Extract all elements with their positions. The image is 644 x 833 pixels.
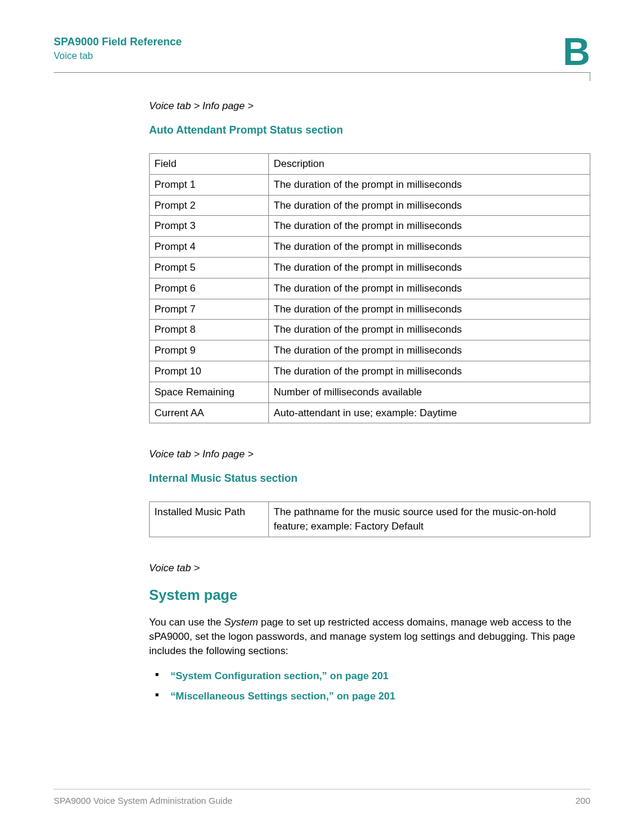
table-row: Field Description bbox=[150, 153, 590, 174]
field-name: Prompt 5 bbox=[150, 257, 269, 278]
table-header-description: Description bbox=[269, 153, 590, 174]
body-text-em: System bbox=[224, 617, 258, 628]
body-text-pre: You can use the bbox=[149, 617, 224, 628]
field-name: Prompt 10 bbox=[150, 361, 269, 382]
section-link[interactable]: “System Configuration section,” on page … bbox=[163, 669, 590, 683]
table-row: Space RemainingNumber of milliseconds av… bbox=[150, 382, 590, 402]
table-row: Prompt 7The duration of the prompt in mi… bbox=[150, 299, 590, 320]
section-heading-auto-attendant: Auto Attendant Prompt Status section bbox=[149, 123, 590, 138]
breadcrumb: Voice tab > Info page > bbox=[149, 447, 590, 462]
field-description: The duration of the prompt in millisecon… bbox=[269, 278, 590, 299]
page-number: 200 bbox=[575, 795, 590, 806]
field-description: The duration of the prompt in millisecon… bbox=[269, 257, 590, 278]
footer-text: SPA9000 Voice System Administration Guid… bbox=[54, 795, 233, 806]
field-description: The duration of the prompt in millisecon… bbox=[269, 195, 590, 216]
field-description: Number of milliseconds available bbox=[269, 382, 590, 402]
page-header: SPA9000 Field Reference Voice tab B bbox=[54, 36, 590, 72]
field-name: Installed Music Path bbox=[150, 502, 269, 537]
table-row: Prompt 5The duration of the prompt in mi… bbox=[150, 257, 590, 278]
field-name: Prompt 6 bbox=[150, 278, 269, 299]
table-row: Prompt 2The duration of the prompt in mi… bbox=[150, 195, 590, 216]
doc-title: SPA9000 Field Reference bbox=[54, 36, 590, 48]
section-link[interactable]: “Miscellaneous Settings section,” on pag… bbox=[163, 689, 590, 704]
table-row: Prompt 1The duration of the prompt in mi… bbox=[150, 174, 590, 195]
field-name: Prompt 8 bbox=[150, 320, 269, 340]
table-row: Installed Music PathThe pathname for the… bbox=[150, 502, 590, 537]
header-rule bbox=[54, 72, 590, 73]
table-row: Prompt 6The duration of the prompt in mi… bbox=[150, 278, 590, 299]
table-row: Prompt 9The duration of the prompt in mi… bbox=[150, 340, 590, 361]
section-heading-internal-music: Internal Music Status section bbox=[149, 471, 590, 486]
table-row: Current AAAuto-attendant in use; example… bbox=[150, 402, 590, 423]
body-paragraph: You can use the System page to set up re… bbox=[149, 615, 590, 658]
appendix-letter: B bbox=[563, 30, 590, 74]
table-row: Prompt 3The duration of the prompt in mi… bbox=[150, 216, 590, 237]
table-row: Prompt 4The duration of the prompt in mi… bbox=[150, 237, 590, 258]
field-description: The duration of the prompt in millisecon… bbox=[269, 320, 590, 340]
field-description: The duration of the prompt in millisecon… bbox=[269, 340, 590, 361]
table-header-field: Field bbox=[150, 153, 269, 174]
field-description: The duration of the prompt in millisecon… bbox=[269, 237, 590, 258]
field-name: Prompt 7 bbox=[150, 299, 269, 320]
page-footer: SPA9000 Voice System Administration Guid… bbox=[54, 789, 590, 806]
table-row: Prompt 8The duration of the prompt in mi… bbox=[150, 320, 590, 340]
field-name: Current AA bbox=[150, 402, 269, 423]
section-links-list: “System Configuration section,” on page … bbox=[149, 669, 590, 704]
auto-attendant-table: Field Description Prompt 1The duration o… bbox=[149, 153, 590, 423]
field-description: The duration of the prompt in millisecon… bbox=[269, 216, 590, 237]
field-name: Prompt 2 bbox=[150, 195, 269, 216]
field-name: Space Remaining bbox=[150, 382, 269, 402]
doc-subtitle: Voice tab bbox=[54, 51, 590, 61]
field-description: The duration of the prompt in millisecon… bbox=[269, 174, 590, 195]
header-tick bbox=[590, 73, 590, 81]
table-row: Prompt 10The duration of the prompt in m… bbox=[150, 361, 590, 382]
field-name: Prompt 1 bbox=[150, 174, 269, 195]
page-heading-system: System page bbox=[149, 585, 590, 605]
breadcrumb: Voice tab > bbox=[149, 561, 590, 575]
field-description: The duration of the prompt in millisecon… bbox=[269, 299, 590, 320]
field-name: Prompt 9 bbox=[150, 340, 269, 361]
field-name: Prompt 4 bbox=[150, 237, 269, 258]
field-description: The pathname for the music source used f… bbox=[269, 502, 590, 537]
field-description: Auto-attendant in use; example: Daytime bbox=[269, 402, 590, 423]
internal-music-table: Installed Music PathThe pathname for the… bbox=[149, 501, 590, 537]
breadcrumb: Voice tab > Info page > bbox=[149, 99, 590, 113]
field-description: The duration of the prompt in millisecon… bbox=[269, 361, 590, 382]
field-name: Prompt 3 bbox=[150, 216, 269, 237]
